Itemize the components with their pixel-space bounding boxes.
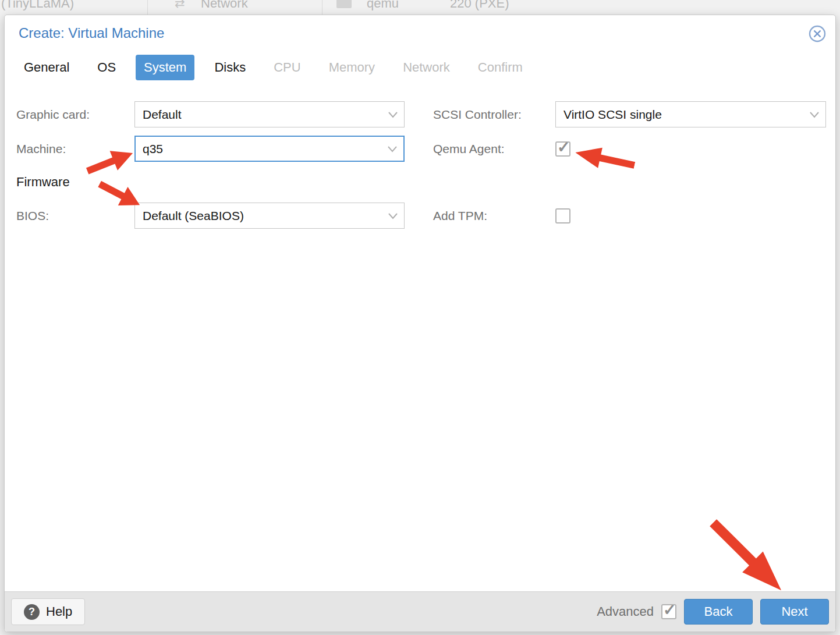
scsi-controller-label: SCSI Controller: [433, 108, 555, 122]
tab-bar: General OS System Disks CPU Memory Netwo… [16, 55, 531, 80]
background-tab-network: Network [201, 0, 248, 11]
next-button[interactable]: Next [760, 599, 829, 625]
bios-value: Default (SeaBIOS) [143, 209, 244, 223]
graphic-card-value: Default [143, 108, 182, 122]
divider [147, 0, 148, 15]
chevron-down-icon[interactable] [388, 212, 398, 219]
graphic-card-select[interactable]: Default [134, 101, 405, 127]
close-icon[interactable] [809, 25, 826, 42]
scsi-controller-value: VirtIO SCSI single [563, 108, 662, 122]
background-type-qemu: qemu [367, 0, 399, 11]
system-form: Graphic card: Default SCSI Controller: V… [5, 101, 835, 237]
qemu-agent-label: Qemu Agent: [433, 142, 555, 156]
tab-general[interactable]: General [16, 55, 77, 80]
help-icon: ? [24, 604, 40, 620]
tab-confirm: Confirm [470, 55, 531, 80]
advanced-checkbox[interactable]: ✓ [661, 604, 676, 619]
back-button[interactable]: Back [684, 599, 753, 625]
firmware-section-label: Firmware [16, 170, 405, 190]
tab-network: Network [395, 55, 458, 80]
tab-memory: Memory [321, 55, 383, 80]
qemu-icon [336, 0, 352, 8]
scsi-controller-select[interactable]: VirtIO SCSI single [555, 101, 826, 127]
graphic-card-label: Graphic card: [16, 108, 134, 122]
tab-disks[interactable]: Disks [206, 55, 254, 80]
add-tpm-label: Add TPM: [433, 209, 555, 223]
bios-label: BIOS: [16, 209, 134, 223]
check-icon: ✓ [557, 138, 570, 157]
help-button-label: Help [46, 604, 72, 619]
help-button[interactable]: ? Help [11, 598, 85, 625]
chevron-down-icon[interactable] [388, 111, 398, 118]
machine-value: q35 [143, 142, 163, 156]
advanced-label: Advanced [597, 604, 654, 619]
check-icon: ✓ [663, 601, 676, 619]
machine-label: Machine: [16, 142, 134, 156]
background-vm-id: 220 (PXE) [450, 0, 509, 11]
chevron-down-icon[interactable] [387, 146, 398, 152]
dialog-title: Create: Virtual Machine [19, 24, 164, 42]
create-vm-dialog: Create: Virtual Machine General OS Syste… [4, 15, 836, 632]
tab-system[interactable]: System [136, 55, 194, 80]
background-app-strip: (TinyLLaMA) ⇄ Network qemu 220 (PXE) [0, 0, 840, 15]
add-tpm-checkbox[interactable]: ✓ [555, 208, 570, 224]
bios-select[interactable]: Default (SeaBIOS) [134, 203, 405, 229]
tab-os[interactable]: OS [89, 55, 124, 80]
divider [322, 0, 322, 15]
chevron-down-icon[interactable] [809, 111, 820, 118]
network-icon: ⇄ [175, 0, 185, 10]
dialog-footer: ? Help Advanced ✓ Back Next [5, 591, 835, 632]
background-node-name: (TinyLLaMA) [1, 0, 74, 11]
tab-cpu: CPU [265, 55, 309, 80]
qemu-agent-checkbox[interactable]: ✓ [555, 141, 570, 157]
machine-select[interactable]: q35 [134, 136, 405, 162]
